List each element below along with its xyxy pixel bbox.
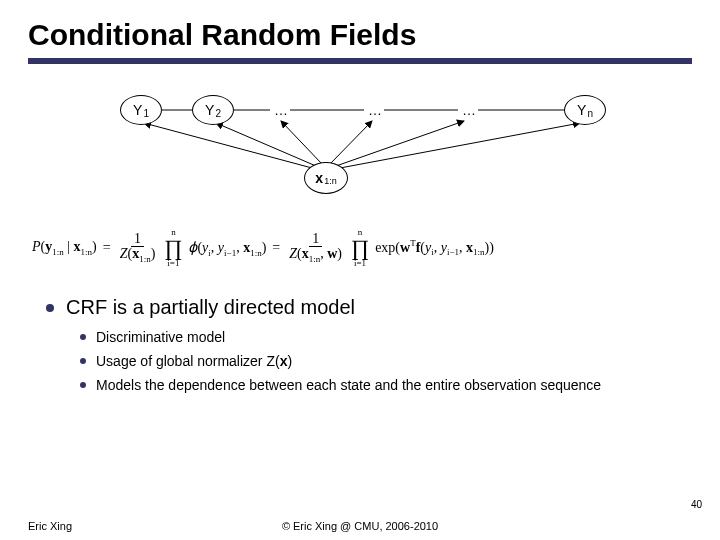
bullet-sub-3: Models the dependence between each state… (80, 377, 692, 393)
svg-line-10 (340, 123, 580, 168)
node-x: x1:n (304, 162, 348, 194)
node-dots-2: … (368, 102, 382, 118)
bullet-marker-icon (80, 334, 86, 340)
node-dots-3: … (462, 102, 476, 118)
svg-line-6 (216, 123, 316, 166)
bullet-main-text: CRF is a partially directed model (66, 296, 355, 319)
crf-diagram: Y1 Y2 … … … Yn x1:n (28, 90, 692, 220)
bullet-content: CRF is a partially directed model Discri… (28, 296, 692, 393)
bullet-marker-icon (46, 304, 54, 312)
svg-line-9 (336, 121, 464, 166)
svg-line-7 (281, 121, 322, 164)
node-y2: Y2 (192, 95, 234, 125)
slide-number: 40 (691, 499, 702, 510)
node-y1: Y1 (120, 95, 162, 125)
svg-line-8 (330, 121, 372, 164)
bullet-marker-icon (80, 382, 86, 388)
node-dots-1: … (274, 102, 288, 118)
title-rule (28, 58, 692, 64)
bullet-main: CRF is a partially directed model (46, 296, 692, 319)
slide-title: Conditional Random Fields (28, 18, 692, 52)
bullet-marker-icon (80, 358, 86, 364)
bullet-sub-2: Usage of global normalizer Z(x) (80, 353, 692, 369)
bullet-sub-1: Discriminative model (80, 329, 692, 345)
node-yn: Yn (564, 95, 606, 125)
footer-copyright: © Eric Xing @ CMU, 2006-2010 (28, 520, 692, 532)
probability-formula: P(y1:n | x1:n) = 1 Z(x1:n) n ∏ i=1 ϕ(yi,… (28, 228, 692, 268)
footer: Eric Xing © Eric Xing @ CMU, 2006-2010 (28, 520, 692, 532)
svg-line-5 (144, 123, 312, 168)
